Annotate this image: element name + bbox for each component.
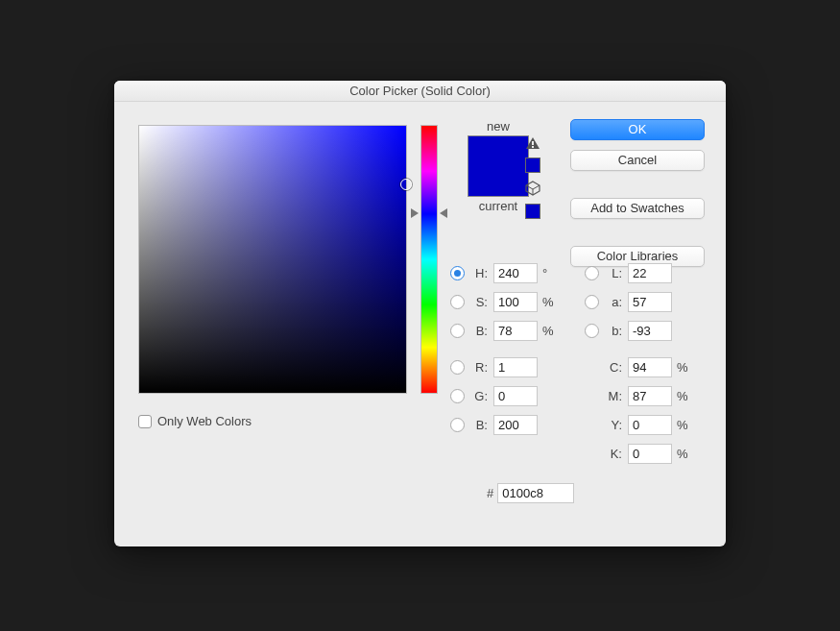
- input-s[interactable]: [493, 292, 538, 312]
- unit-c: %: [677, 360, 690, 375]
- radio-b-hsb[interactable]: [450, 324, 465, 338]
- input-y[interactable]: [628, 415, 672, 435]
- svg-rect-1: [532, 141, 534, 145]
- input-r[interactable]: [493, 357, 538, 377]
- input-k[interactable]: [628, 444, 672, 464]
- only-web-colors-checkbox[interactable]: [138, 415, 152, 428]
- row-b: B: % b:: [450, 316, 709, 345]
- row-r: R: C: %: [450, 352, 709, 381]
- label-c: C:: [605, 360, 622, 375]
- radio-a[interactable]: [585, 295, 599, 309]
- row-k: K: %: [450, 439, 709, 468]
- row-g: G: M: %: [450, 381, 709, 410]
- input-b-rgb[interactable]: [493, 415, 538, 435]
- input-l[interactable]: [628, 263, 672, 283]
- cancel-button[interactable]: Cancel: [570, 150, 705, 171]
- label-y: Y:: [605, 418, 622, 432]
- row-s: S: % a:: [450, 287, 709, 316]
- swatch-current[interactable]: [468, 166, 528, 196]
- input-b-hsb[interactable]: [493, 321, 538, 341]
- input-h[interactable]: [493, 263, 538, 283]
- svg-rect-2: [532, 146, 534, 148]
- websafe-warning-icon[interactable]: [525, 181, 540, 196]
- unit-k: %: [677, 447, 690, 461]
- unit-h: °: [542, 266, 556, 280]
- label-a: a:: [605, 295, 622, 309]
- unit-s: %: [542, 295, 556, 309]
- unit-b-hsb: %: [542, 324, 556, 338]
- preview-swatch: [468, 135, 529, 197]
- button-column: OK Cancel Add to Swatches Color Librarie…: [570, 119, 705, 267]
- input-b-lab[interactable]: [628, 321, 672, 341]
- swatch-new: [468, 136, 528, 166]
- radio-b-rgb[interactable]: [450, 418, 465, 432]
- sb-cursor-icon[interactable]: [400, 179, 412, 190]
- input-a[interactable]: [628, 292, 672, 312]
- input-hex[interactable]: [497, 483, 574, 503]
- row-h: H: ° L:: [450, 258, 709, 287]
- saturation-brightness-field[interactable]: [138, 125, 407, 394]
- radio-b-lab[interactable]: [585, 324, 599, 338]
- row-b-rgb: B: Y: %: [450, 410, 709, 439]
- radio-r[interactable]: [450, 360, 465, 375]
- label-s: S:: [470, 295, 488, 309]
- warning-icons: [525, 136, 540, 219]
- only-web-colors[interactable]: Only Web Colors: [138, 414, 252, 428]
- websafe-swatch[interactable]: [525, 204, 540, 219]
- hue-handle-left-icon[interactable]: [411, 208, 419, 218]
- hex-prefix: #: [487, 486, 493, 500]
- ok-button[interactable]: OK: [570, 119, 705, 140]
- hue-handle-right-icon[interactable]: [440, 208, 447, 218]
- dialog-content: new current Only Web Colors OK Cancel: [114, 102, 726, 546]
- input-c[interactable]: [628, 357, 672, 377]
- radio-g[interactable]: [450, 389, 465, 403]
- label-h: H:: [470, 266, 488, 280]
- add-to-swatches-button[interactable]: Add to Swatches: [570, 198, 705, 219]
- radio-h[interactable]: [450, 266, 465, 280]
- radio-s[interactable]: [450, 295, 465, 309]
- hue-bar[interactable]: [420, 125, 438, 394]
- only-web-colors-label: Only Web Colors: [157, 414, 252, 428]
- gamut-warning-icon[interactable]: [525, 136, 540, 150]
- color-picker-dialog: Color Picker (Solid Color) new current: [114, 81, 726, 546]
- row-hex: #: [487, 483, 574, 503]
- unit-m: %: [677, 389, 690, 403]
- input-g[interactable]: [493, 386, 538, 406]
- hue-slider[interactable]: [415, 125, 444, 394]
- value-fields: H: ° L: S: % a:: [450, 258, 709, 468]
- dialog-title: Color Picker (Solid Color): [114, 81, 726, 102]
- label-b-rgb: B:: [470, 418, 488, 432]
- label-g: G:: [470, 389, 488, 403]
- gamut-swatch[interactable]: [525, 158, 540, 173]
- label-l: L:: [605, 266, 622, 280]
- new-label: new: [455, 119, 541, 133]
- label-b-hsb: B:: [470, 324, 488, 338]
- svg-line-5: [533, 185, 540, 189]
- label-r: R:: [470, 360, 488, 375]
- unit-y: %: [677, 418, 690, 432]
- label-b-lab: b:: [605, 324, 622, 338]
- input-m[interactable]: [628, 386, 672, 406]
- radio-l[interactable]: [585, 266, 599, 280]
- label-m: M:: [605, 389, 622, 403]
- svg-line-4: [526, 185, 533, 189]
- label-k: K:: [605, 447, 622, 461]
